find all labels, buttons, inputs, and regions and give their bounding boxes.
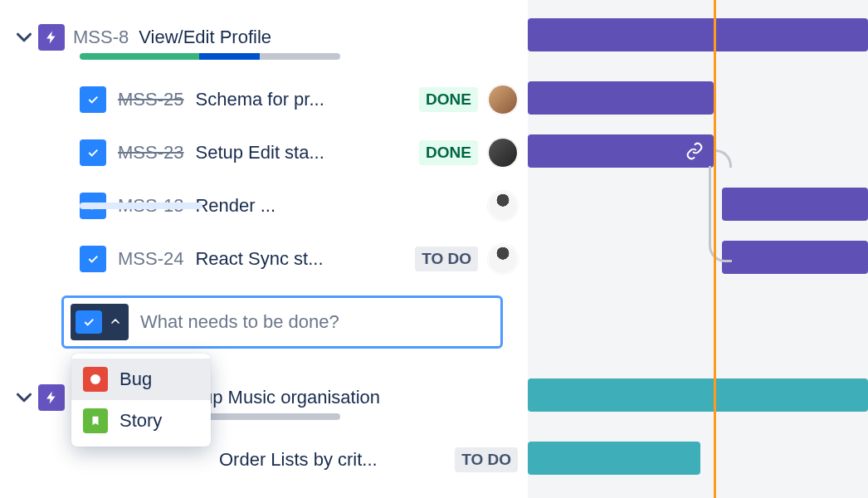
issue-key[interactable]: MSS-24	[118, 248, 183, 270]
chevron-up-icon	[109, 311, 122, 333]
issue-list-panel: MSS-8 View/Edit Profile MSS-25 Schema fo…	[0, 0, 528, 498]
status-badge[interactable]: DONE	[419, 140, 478, 165]
issue-row[interactable]: MSS-25 Schema for pr... DONE	[0, 73, 528, 126]
dropdown-label: Bug	[119, 369, 152, 390]
bug-icon	[83, 367, 108, 392]
dropdown-option-bug[interactable]: Bug	[71, 359, 211, 400]
assignee-avatar[interactable]	[488, 191, 518, 221]
issue-key[interactable]: MSS-23	[118, 142, 183, 164]
issue-row[interactable]: MSS-24 React Sync st... TO DO	[0, 232, 528, 286]
issue-type-picker[interactable]	[71, 304, 129, 340]
story-icon	[83, 408, 108, 433]
timeline-bar[interactable]	[528, 134, 714, 168]
assignee-avatar[interactable]	[488, 138, 518, 168]
issue-title[interactable]: Setup Edit sta...	[195, 142, 411, 164]
timeline-bar[interactable]	[528, 81, 714, 115]
task-icon	[80, 86, 106, 113]
assignee-avatar[interactable]	[488, 244, 518, 274]
dependency-line	[709, 166, 732, 262]
issue-title[interactable]: React Sync st...	[195, 248, 407, 270]
epic-icon	[38, 384, 65, 411]
issue-type-dropdown: Bug Story	[71, 354, 211, 447]
create-issue-row[interactable]	[61, 295, 503, 349]
dependency-line	[714, 149, 732, 168]
epic-key[interactable]: MSS-8	[73, 27, 129, 48]
today-marker	[714, 0, 716, 498]
issue-row[interactable]: MSS-13 Render ... IN PROGRESS	[0, 179, 528, 232]
epic-title[interactable]: View/Edit Profile	[139, 27, 271, 48]
assignee-avatar[interactable]	[488, 85, 518, 115]
create-issue-input[interactable]	[140, 311, 500, 333]
issue-key[interactable]: MSS-25	[118, 89, 183, 110]
task-icon	[80, 139, 106, 166]
epic-title[interactable]: up Music organisation	[202, 387, 380, 408]
timeline-bar[interactable]	[528, 18, 868, 51]
timeline-bar[interactable]	[528, 378, 868, 412]
epic-icon	[38, 24, 65, 51]
task-icon	[76, 310, 102, 334]
chevron-down-icon[interactable]	[12, 385, 37, 410]
epic-progress-bar	[80, 53, 340, 60]
task-icon	[80, 246, 106, 272]
status-badge[interactable]: TO DO	[415, 247, 478, 271]
dropdown-label: Story	[119, 410, 162, 432]
timeline-bar[interactable]	[722, 241, 868, 274]
timeline-bar[interactable]	[528, 442, 700, 475]
dropdown-option-story[interactable]: Story	[71, 400, 211, 442]
status-badge[interactable]: TO DO	[455, 447, 518, 472]
chevron-down-icon[interactable]	[12, 25, 37, 50]
link-icon[interactable]	[685, 142, 704, 165]
status-badge[interactable]: IN PROGRESS	[80, 203, 202, 209]
issue-title[interactable]: Render ...	[195, 195, 480, 217]
issue-row[interactable]: MSS-23 Setup Edit sta... DONE	[0, 126, 528, 179]
issue-title[interactable]: Order Lists by crit...	[219, 449, 446, 471]
issue-title[interactable]: Schema for pr...	[195, 89, 411, 110]
timeline-panel[interactable]	[528, 0, 868, 498]
timeline-bar[interactable]	[722, 188, 868, 221]
status-badge[interactable]: DONE	[419, 87, 478, 112]
